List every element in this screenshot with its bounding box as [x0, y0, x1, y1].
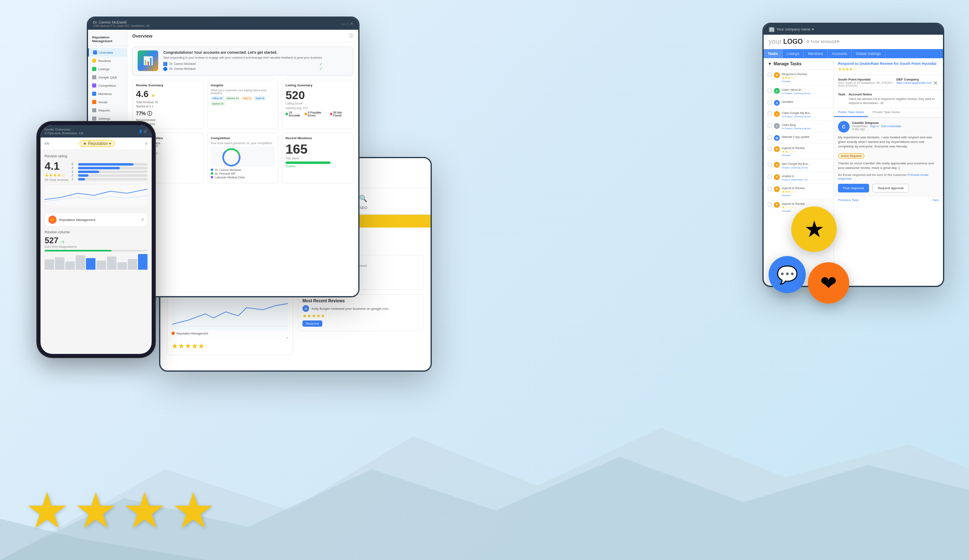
review-rating-label: Review rating: [45, 154, 148, 158]
overview-icon: [93, 50, 97, 55]
detail-close-icon[interactable]: ✕: [933, 80, 938, 86]
tab-mentions[interactable]: Mentions: [804, 49, 828, 58]
sign-in-link[interactable]: Sign in: [870, 125, 879, 128]
reviewer-info: C Camille Simpson DealerRater Sign in Ed…: [838, 121, 939, 133]
google-account-name: Dr. Connor McDavid: [169, 62, 195, 65]
task-text-2: Claim Yahoo B...: [782, 88, 811, 92]
task-item-6[interactable]: W Website Copy update: [764, 133, 833, 144]
tab-global-settings[interactable]: Global Settings: [852, 49, 886, 58]
task-stars-1: ★★★☆☆: [782, 76, 807, 80]
task-item-2[interactable]: C Claim Yahoo B... In Project: Claiming …: [764, 85, 833, 97]
detail-notes-tabs[interactable]: Public Task Notes Private Task Notes: [834, 108, 943, 117]
star-1: ★: [25, 486, 69, 535]
detail-companies: South Point Hyundai 4312 South Ih 35 Sas…: [834, 75, 943, 90]
task-item-3[interactable]: S Socialize: [764, 97, 833, 109]
task-cb-4[interactable]: [768, 112, 772, 116]
google-review-icon: G: [302, 305, 309, 312]
rep-mgmt-chart-label: Reputation Management: [176, 332, 208, 335]
task-manager-tablet: 🏢 Your company name ▾ your LOGO ⚙ TASK M…: [762, 23, 944, 287]
sidebar-item-competition[interactable]: Competition: [88, 81, 127, 90]
tasks-detail-panel: Respond to DealerRate Review for South P…: [834, 58, 943, 275]
task-text-10: espond to Review: [782, 186, 805, 190]
nav-buttons-bottom[interactable]: Previous Task → Nex: [834, 196, 943, 204]
tab-tasks[interactable]: Tasks: [764, 49, 783, 58]
edit-credentials-link[interactable]: Edit credentials: [881, 125, 901, 128]
review-time: A day ago: [852, 128, 901, 131]
task-cb-6[interactable]: [768, 135, 772, 140]
mobile-brand: Nordic Outerwear: [45, 128, 83, 131]
task-item-9[interactable]: S ocialize b Project: September Cal: [764, 172, 833, 184]
sidebar-item-settings[interactable]: Settings: [88, 114, 127, 123]
tablet-close-icon[interactable]: — □ ✕: [341, 21, 353, 26]
task-cb-3[interactable]: [768, 100, 772, 104]
volume-change: ↑3: [60, 240, 64, 244]
mobile-rep-badge[interactable]: ★ Reputation ▾: [79, 140, 115, 147]
mobile-nav[interactable]: EN ★ Reputation ▾ ≡: [40, 138, 152, 150]
chevron-down-icon: ▾: [109, 141, 111, 146]
task-cb-2[interactable]: [768, 88, 772, 93]
task-item-1[interactable]: R Respond to Review ★★★☆☆ Preview: [764, 70, 833, 85]
connected-sub: Start responding to your reviews to enga…: [163, 56, 323, 60]
task-item-4[interactable]: C Claim Google My Bus... In Project: Cla…: [764, 109, 833, 121]
mobile-menu-icon[interactable]: ≡: [145, 141, 148, 146]
task-cb-11[interactable]: [768, 202, 772, 206]
respond-button[interactable]: Respond: [302, 320, 322, 327]
insight-tags: Office 25 Service 14 Visit 11 Staff 18 Q…: [211, 96, 275, 106]
tasks-body: ▼ Manage Tasks R Respond to Review ★★★☆☆…: [764, 58, 943, 275]
sidebar-item-listings[interactable]: Listings: [88, 65, 127, 73]
post-response-button[interactable]: Post response: [838, 184, 869, 192]
task-item-8[interactable]: R laim Google My Bus... Project: Claimin…: [764, 159, 833, 171]
competition-label: Competition: [98, 84, 116, 88]
task-cb-9[interactable]: [768, 175, 772, 179]
competition-title: Competition: [211, 136, 275, 140]
task-item-7[interactable]: R espond to Review ★★☆☆☆ Preview: [764, 144, 833, 159]
tab-accounts[interactable]: Accounts: [828, 49, 852, 58]
task-cb-8[interactable]: [768, 162, 772, 166]
floating-heart-badge: ❤: [808, 262, 849, 304]
tab-public-notes[interactable]: Public Task Notes: [834, 108, 868, 117]
tab-private-notes[interactable]: Private Task Notes: [868, 108, 904, 117]
task-cb-5[interactable]: [768, 123, 772, 128]
tasks-tabs[interactable]: Tasks Listings Mentions Accounts Global …: [764, 49, 943, 58]
volume-bar-chart: [45, 253, 148, 270]
sidebar-item-social[interactable]: Social: [88, 98, 127, 106]
sidebar-item-reports[interactable]: Reports: [88, 106, 127, 114]
mentions-sentiment: Positive: [286, 165, 350, 168]
mobile-total: 35 Total reviews: [45, 178, 68, 182]
listing-summary-card: Listing Summary 520 Listing Score Indust…: [282, 80, 353, 129]
task-cb-7[interactable]: [768, 147, 772, 151]
reports-label: Reports: [98, 109, 110, 112]
google-logo: [163, 62, 167, 66]
sidebar-item-mentions[interactable]: Mentions: [88, 90, 127, 98]
task-item-5[interactable]: C Claim Bing In Project: Claiming all th…: [764, 121, 833, 133]
sidebar-item-google-qa[interactable]: Google Q&A: [88, 73, 127, 81]
response-buttons[interactable]: Post response Request approval: [838, 184, 939, 192]
mentions-icon: [92, 92, 96, 96]
overview-help-icon[interactable]: ⓘ: [349, 33, 353, 39]
company-selector[interactable]: 🏢 Your company name ▾: [769, 26, 814, 32]
company-b-name: DEF Company: [896, 78, 932, 81]
review-volume-label: Review volume: [45, 230, 148, 234]
listing-accuracy: 18 Accurate 9 Possible Errors 56 Not Fou…: [286, 111, 350, 117]
task-label: Task: [838, 93, 845, 96]
reviewer-avatar: C: [838, 121, 850, 133]
sidebar-item-reviews[interactable]: Reviews: [88, 57, 127, 65]
task-cb-1[interactable]: [768, 73, 772, 77]
tab-listings[interactable]: Listings: [783, 49, 804, 58]
task-cb-10[interactable]: [768, 187, 772, 191]
recent-mentions-card: Recent Mentions 165 This Week Positive: [282, 133, 353, 183]
star-3: ★: [122, 486, 167, 535]
task-preview-10: Preview: [782, 194, 805, 197]
sidebar-item-overview[interactable]: Overview: [88, 48, 127, 57]
tablet-user-address: 1365 Avenue P N, Suite 202, Saskatoon, S…: [93, 24, 150, 27]
previous-task-button[interactable]: Previous Task: [838, 198, 859, 202]
mobile-rep-mgmt[interactable]: 🔶 Reputation Management ↗: [45, 213, 148, 227]
settings-icon: [92, 116, 96, 121]
next-task-button[interactable]: → Nex: [929, 198, 939, 202]
star-rating-stars: ★★★★★: [171, 342, 288, 351]
expand-icon[interactable]: ⤢: [286, 336, 288, 340]
rep-mgmt-icon: 🔶: [48, 216, 57, 224]
request-approval-button[interactable]: Request approval: [872, 184, 909, 192]
task-item-10[interactable]: R espond to Review ★★★☆☆ Preview: [764, 184, 833, 199]
connected-headline: Congratulations! Your accounts are conne…: [163, 50, 323, 55]
